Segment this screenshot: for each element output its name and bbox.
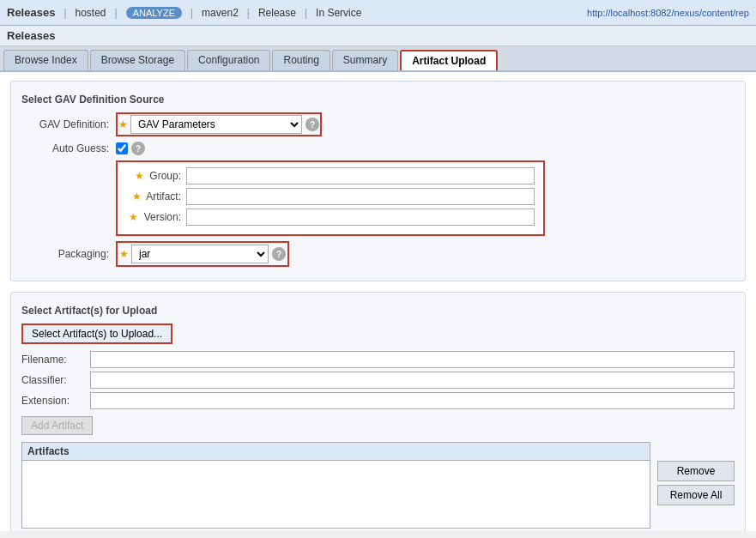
gav-help-icon[interactable]: ? [305,118,319,131]
classifier-row: Classifier: [21,372,735,389]
version-label: ★ Version: [126,211,186,223]
auto-guess-label: Auto Guess: [21,142,116,154]
tab-browse-index[interactable]: Browse Index [3,50,88,70]
group-row: ★ Group: [126,167,535,184]
tab-bar: Browse Index Browse Storage Configuratio… [0,46,756,72]
packaging-label: Packaging: [21,248,116,260]
artifacts-table-label: Artifacts [21,442,650,460]
filename-row: Filename: [21,351,735,368]
artifact-input[interactable] [186,188,535,205]
remove-button[interactable]: Remove [657,461,735,481]
packaging-row: Packaging: ★ jar war pom ear zip ? [21,241,735,267]
packaging-required-star: ★ [119,248,129,260]
bottom-buttons: Upload Artifact(s) Reset [21,529,735,531]
group-label: ★ Group: [126,170,186,182]
release-label: Release [258,7,296,19]
tab-configuration[interactable]: Configuration [187,50,270,70]
filename-label: Filename: [21,354,90,366]
packaging-wrapper: ★ jar war pom ear zip ? [116,241,289,267]
version-input[interactable] [186,209,535,226]
extension-label: Extension: [21,395,90,407]
group-input[interactable] [186,167,535,184]
artifact-label: ★ Artifact: [126,190,186,203]
gav-definition-row: GAV Definition: ★ GAV Parameters From PO… [21,112,735,136]
required-star: ★ [118,118,128,130]
select-artifacts-button[interactable]: Select Artifact(s) to Upload... [21,323,172,344]
top-bar: Releases | hosted | ANALYZE | maven2 | R… [0,0,756,26]
packaging-help-icon[interactable]: ? [272,247,286,261]
tab-browse-storage[interactable]: Browse Storage [90,50,185,70]
gav-definition-select[interactable]: GAV Parameters From POM [130,115,302,134]
artifact-row: ★ Artifact: [126,188,535,205]
artifacts-area: Artifacts Remove Remove All [21,442,735,529]
extension-input[interactable] [90,392,735,409]
packaging-select[interactable]: jar war pom ear zip [131,245,269,263]
gav-definition-label: GAV Definition: [21,118,116,130]
gav-fields-box: ★ Group: ★ Artifact: ★ [116,160,545,236]
analyze-badge[interactable]: ANALYZE [126,7,182,19]
in-service-status: In Service [316,7,361,19]
auto-guess-help-icon[interactable]: ? [131,142,145,155]
upload-section-title: Select Artifact(s) for Upload [21,305,735,317]
filename-input[interactable] [90,351,735,368]
artifacts-buttons: Remove Remove All [657,442,735,529]
auto-guess-row: Auto Guess: ? [21,142,735,155]
gav-section-title: Select GAV Definition Source [21,94,735,106]
artifacts-table [21,460,650,529]
gav-select-wrapper: ★ GAV Parameters From POM ? [116,112,322,136]
add-artifact-button[interactable]: Add Artifact [21,416,93,435]
tab-summary[interactable]: Summary [332,50,398,70]
main-content: Select GAV Definition Source GAV Definit… [0,72,756,531]
tab-artifact-upload[interactable]: Artifact Upload [400,50,498,70]
extension-row: Extension: [21,392,735,409]
page-title: Releases [0,26,756,46]
repo-url-link[interactable]: http://localhost:8082/nexus/content/rep [587,8,749,18]
gav-definition-section: Select GAV Definition Source GAV Definit… [10,81,746,281]
auto-guess-checkbox[interactable] [116,142,128,154]
artifacts-table-container: Artifacts [21,442,650,529]
tab-routing[interactable]: Routing [272,50,330,70]
upload-section: Select Artifact(s) for Upload Select Art… [10,292,746,531]
classifier-label: Classifier: [21,374,90,386]
repo-type: hosted [76,7,106,19]
repo-format: maven2 [202,7,239,19]
remove-all-button[interactable]: Remove All [657,485,735,505]
repo-title: Releases [7,6,55,19]
classifier-input[interactable] [90,372,735,389]
version-row: ★ Version: [126,209,535,226]
